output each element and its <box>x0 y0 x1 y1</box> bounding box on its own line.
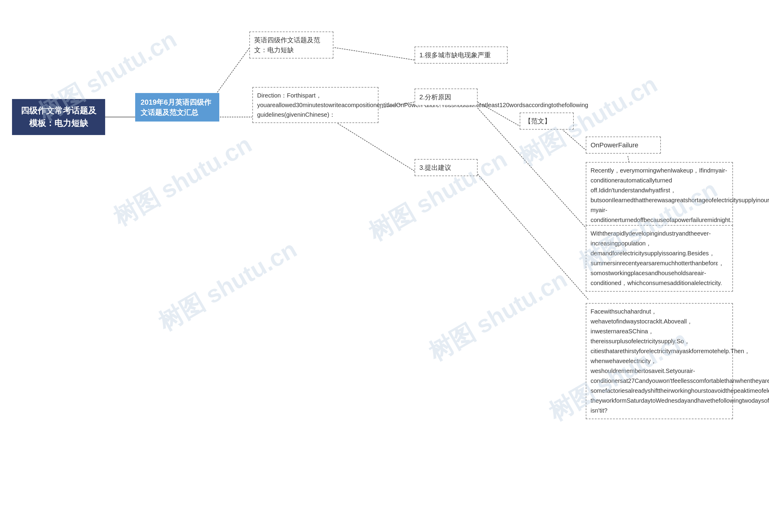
svg-line-2 <box>327 47 415 60</box>
sub3-label: 3.提出建议 <box>419 164 451 171</box>
para1-box: Recently，everymorningwhenIwakeup，Ifindmy… <box>586 162 733 229</box>
fanwen-box: 【范文】 <box>520 113 574 130</box>
direction-box: Direction：Forthispart，youareallowed30min… <box>252 87 378 123</box>
fanwen-label: 【范文】 <box>524 117 551 125</box>
para3-box: Facewithsuchahardnut，wehavetofindwaystoc… <box>586 303 733 419</box>
sub3-node: 3.提出建议 <box>415 159 478 176</box>
para1-label: Recently，everymorningwhenIwakeup，Ifindmy… <box>591 167 769 223</box>
sub2-node: 2.分析原因 <box>415 89 478 106</box>
level1-label: 2019年6月英语四级作文话题及范文汇总 <box>140 98 211 116</box>
watermark-2: 树图 shutu.cn <box>107 128 258 234</box>
svg-line-6 <box>562 129 586 150</box>
root-label: 四级作文常考话题及模板：电力短缺 <box>21 106 96 128</box>
onpowerfailure-label: OnPowerFailure <box>591 141 638 149</box>
level1-node: 2019年6月英语四级作文话题及范文汇总 <box>135 93 219 122</box>
top-box-label: 英语四级作文话题及范文：电力短缺 <box>254 36 320 54</box>
sub2-label: 2.分析原因 <box>419 93 451 101</box>
svg-line-10 <box>478 174 589 300</box>
sub1-label: 1.很多城市缺电现象严重 <box>419 51 491 59</box>
onpowerfailure-box: OnPowerFailure <box>586 137 661 154</box>
watermark-5: 树图 shutu.cn <box>423 263 573 369</box>
para3-label: Facewithsuchahardnut，wehavetofindwaystoc… <box>591 308 769 414</box>
top-box: 英语四级作文话题及范文：电力短缺 <box>249 32 333 59</box>
root-node: 四级作文常考话题及模板：电力短缺 <box>12 99 105 135</box>
sub1-node: 1.很多城市缺电现象严重 <box>415 47 508 64</box>
svg-line-9 <box>327 117 415 171</box>
para2-box: Withtherapidlydevelopingindustryandtheev… <box>586 225 733 292</box>
watermark-3: 树图 shutu.cn <box>152 233 303 339</box>
para2-label: Withtherapidlydevelopingindustryandtheev… <box>591 230 724 286</box>
